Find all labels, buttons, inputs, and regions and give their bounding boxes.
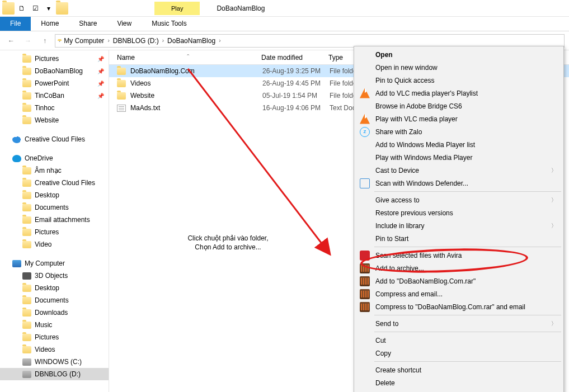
tree-item[interactable]: DoBaoNamBlog📌	[0, 65, 109, 77]
tree-label: Creative Cloud Files	[35, 179, 95, 187]
folder-icon	[22, 92, 31, 100]
menu-item[interactable]: Rename	[355, 389, 562, 392]
annotation-text: Click chuột phải vào folder, Chọn Add to…	[117, 234, 338, 252]
up-button[interactable]: ↑	[38, 34, 51, 48]
menu-item[interactable]: Give access to〉	[355, 193, 562, 206]
menu-item-label: Play with Windows Media Player	[375, 154, 472, 162]
menu-item[interactable]: Cast to Device〉	[355, 164, 562, 177]
folder-icon	[22, 241, 31, 248]
drive-icon	[22, 358, 31, 366]
context-menu[interactable]: OpenOpen in new windowPin to Quick acces…	[354, 46, 564, 392]
menu-item-label: Add to Windows Media Player list	[375, 141, 475, 149]
menu-item[interactable]: Include in library〉	[355, 219, 562, 232]
menu-item[interactable]: Restore previous versions	[355, 206, 562, 219]
contextual-tab-play[interactable]: Play	[154, 2, 200, 15]
menu-item[interactable]: Browse in Adobe Bridge CS6	[355, 100, 562, 112]
breadcrumb-segment[interactable]: DoBaoNamBlog	[165, 36, 218, 46]
forward-button[interactable]: →	[21, 34, 35, 48]
tree-item[interactable]: Tinhoc	[0, 102, 109, 114]
winrar-icon	[360, 302, 370, 312]
chevron-right-icon[interactable]: ›	[162, 37, 164, 44]
menu-item-label: Open	[375, 51, 393, 59]
breadcrumb-segment[interactable]: My Computer	[62, 36, 106, 46]
qat-checkbox-icon[interactable]: ☑	[29, 2, 41, 15]
tree-item[interactable]: PowerPoint📌	[0, 77, 109, 89]
tree-item[interactable]: Desktop	[0, 189, 109, 201]
menu-item[interactable]: Send to〉	[355, 317, 562, 330]
tree-item[interactable]: TinCoBan📌	[0, 89, 109, 102]
menu-item[interactable]: Cut	[355, 334, 562, 347]
tree-item[interactable]: Pictures	[0, 226, 109, 238]
vlc-icon	[360, 114, 370, 124]
tree-onedrive[interactable]: OneDrive	[0, 152, 109, 164]
navigation-tree[interactable]: Pictures📌DoBaoNamBlog📌PowerPoint📌TinCoBa…	[0, 50, 109, 392]
tree-item[interactable]: Email attachments	[0, 214, 109, 226]
tree-item[interactable]: Creative Cloud Files	[0, 177, 109, 189]
folder-icon	[2, 2, 15, 15]
tree-item[interactable]: Documents	[0, 294, 109, 306]
file-name: MaAds.txt	[130, 104, 262, 112]
menu-item[interactable]: Open in new window	[355, 61, 562, 74]
breadcrumb[interactable]: › My Computer › DBNBLOG (D:) › DoBaoNamB…	[55, 34, 565, 48]
menu-item[interactable]: Copy	[355, 347, 562, 360]
breadcrumb-segment[interactable]: DBNBLOG (D:)	[111, 36, 161, 46]
tree-item[interactable]: Âm nhạc	[0, 164, 109, 177]
document-icon	[117, 105, 126, 112]
menu-item[interactable]: Delete	[355, 376, 562, 389]
tree-item[interactable]: Downloads	[0, 306, 109, 319]
back-button[interactable]: ←	[4, 34, 18, 48]
menu-item[interactable]: Play with Windows Media Player	[355, 151, 562, 164]
tree-item[interactable]: Pictures📌	[0, 53, 109, 65]
tree-item[interactable]: Video	[0, 238, 109, 251]
chevron-right-icon[interactable]: ›	[107, 37, 109, 44]
tab-home[interactable]: Home	[31, 17, 69, 31]
tree-item[interactable]: Documents	[0, 201, 109, 214]
menu-item[interactable]: ZShare with Zalo	[355, 125, 562, 138]
menu-item[interactable]: Compress to "DoBaoNamBlog.Com.rar" and e…	[355, 300, 562, 313]
tree-label: Desktop	[35, 284, 59, 292]
tab-view[interactable]: View	[107, 17, 142, 31]
ribbon-tabs: File Home Share View Music Tools	[0, 17, 569, 31]
tab-file[interactable]: File	[0, 17, 31, 31]
menu-item[interactable]: Open	[355, 48, 562, 61]
tree-item[interactable]: DBNBLOG (D:)	[0, 368, 109, 380]
tab-music-tools[interactable]: Music Tools	[142, 17, 196, 31]
menu-item[interactable]: Pin to Start	[355, 232, 562, 245]
menu-item[interactable]: Add to "DoBaoNamBlog.Com.rar"	[355, 275, 562, 287]
tree-label: Tinhoc	[35, 104, 55, 112]
chevron-right-icon[interactable]: ›	[59, 37, 60, 44]
tree-item[interactable]: WINDOWS (C:)	[0, 356, 109, 368]
menu-item[interactable]: Compress and email...	[355, 287, 562, 300]
menu-item[interactable]: Add to VLC media player's Playlist	[355, 87, 562, 100]
folder-icon	[117, 68, 126, 75]
tree-item[interactable]: Website	[0, 114, 109, 126]
tree-item[interactable]: Pictures	[0, 331, 109, 343]
pin-icon: 📌	[97, 93, 104, 99]
tree-item[interactable]: Videos	[0, 343, 109, 356]
qat-dropdown-icon[interactable]: ▾	[43, 2, 55, 15]
menu-item[interactable]: Play with VLC media player	[355, 112, 562, 125]
folder-icon	[22, 216, 31, 224]
tree-label: Creative Cloud Files	[25, 135, 85, 143]
menu-item-label: Create shortcut	[375, 366, 421, 374]
tree-creative-cloud[interactable]: Creative Cloud Files	[0, 133, 109, 145]
menu-item[interactable]: Scan with Windows Defender...	[355, 177, 562, 190]
column-date[interactable]: Date modified	[255, 54, 322, 62]
column-name[interactable]: Name ˆ	[109, 54, 255, 62]
tree-item[interactable]: 3D Objects	[0, 270, 109, 282]
tree-label: My Computer	[25, 259, 65, 267]
menu-item[interactable]: Add to Windows Media Player list	[355, 138, 562, 151]
tree-item[interactable]: Desktop	[0, 282, 109, 294]
qat-save-icon[interactable]: 🗋	[16, 2, 28, 15]
chevron-right-icon[interactable]: ›	[219, 37, 220, 44]
tree-label: Pictures	[35, 333, 59, 341]
title-bar: 🗋 ☑ ▾ Play DoBaoNamBlog	[0, 0, 569, 17]
tree-label: Videos	[35, 346, 55, 353]
tree-item[interactable]: Music	[0, 319, 109, 331]
tree-label: Documents	[35, 296, 69, 304]
tree-my-computer[interactable]: My Computer	[0, 257, 109, 270]
chevron-right-icon: 〉	[551, 222, 557, 230]
tab-share[interactable]: Share	[69, 17, 107, 31]
menu-item[interactable]: Create shortcut	[355, 363, 562, 376]
menu-item[interactable]: Pin to Quick access	[355, 74, 562, 87]
